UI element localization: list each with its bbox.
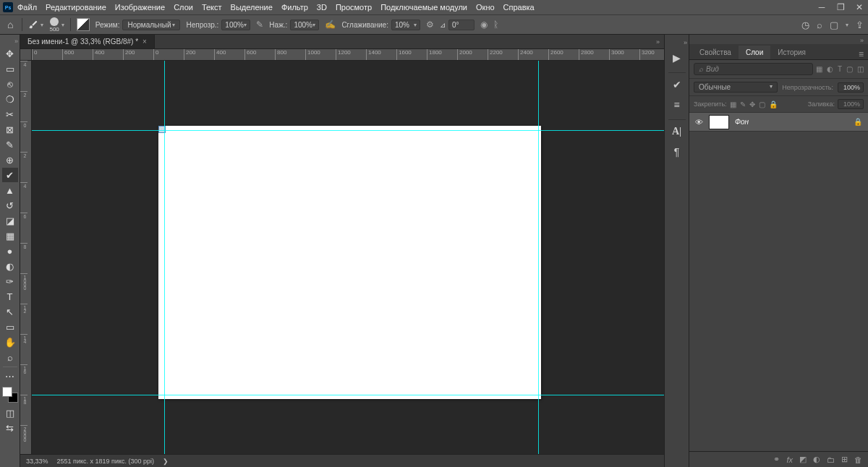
- history-tab[interactable]: История: [770, 46, 813, 59]
- screen-mode-tool[interactable]: ⇆: [2, 421, 18, 435]
- fill-input[interactable]: 100%: [838, 99, 864, 109]
- shape-tool[interactable]: ▭: [2, 320, 18, 334]
- minimize-button[interactable]: ─: [816, 2, 827, 12]
- ruler-origin[interactable]: [20, 49, 32, 61]
- dodge-tool[interactable]: ◐: [2, 259, 18, 273]
- toolbox-expand[interactable]: »: [13, 38, 20, 46]
- hand-tool[interactable]: ✋: [2, 335, 18, 349]
- canvas-artboard[interactable]: [158, 126, 541, 399]
- blur-tool[interactable]: ●: [2, 244, 18, 258]
- tabbar-expand[interactable]: »: [652, 38, 664, 46]
- clone-stamp-tool[interactable]: ▲: [2, 183, 18, 197]
- paragraph-panel-icon[interactable]: ¶: [668, 143, 686, 160]
- layer-name[interactable]: Фон: [735, 118, 848, 126]
- lock-artboard-icon[interactable]: ▢: [759, 100, 765, 108]
- menu-plugins[interactable]: Подключаемые модули: [380, 3, 467, 12]
- menu-view[interactable]: Просмотр: [336, 3, 372, 12]
- healing-brush-tool[interactable]: ⊕: [2, 153, 18, 167]
- guide-horizontal-bottom[interactable]: [32, 395, 664, 395]
- menu-file[interactable]: Файл: [17, 3, 37, 12]
- foreground-swatch[interactable]: [2, 387, 12, 397]
- layer-mask-icon[interactable]: ◩: [799, 455, 807, 464]
- zoom-level[interactable]: 33,33%: [26, 458, 48, 465]
- character-panel-icon[interactable]: A|: [668, 123, 686, 140]
- link-layers-icon[interactable]: ⚭: [773, 455, 780, 464]
- airbrush-icon[interactable]: ✍: [325, 20, 336, 30]
- layer-blend-select[interactable]: Обычные▾: [694, 82, 778, 93]
- menu-image[interactable]: Изображение: [115, 3, 165, 12]
- guide-horizontal-top[interactable]: [32, 130, 664, 131]
- adjustment-layer-icon[interactable]: ◐: [813, 455, 820, 464]
- document-info[interactable]: 2551 пикс. x 1819 пикс. (300 ppi): [57, 458, 154, 465]
- edit-toolbar[interactable]: ⋯: [2, 369, 18, 383]
- symmetry-icon[interactable]: ᚱ: [493, 20, 498, 30]
- filter-pixel-icon[interactable]: ▦: [816, 65, 822, 73]
- layer-thumbnail[interactable]: [709, 115, 729, 129]
- history-brush-tool[interactable]: ↺: [2, 198, 18, 213]
- close-button[interactable]: ✕: [854, 2, 865, 12]
- menu-filter[interactable]: Фильтр: [281, 3, 308, 12]
- brushes-panel-icon[interactable]: ✔: [668, 76, 686, 93]
- smoothing-options-icon[interactable]: ⚙: [426, 20, 434, 30]
- layer-opacity-input[interactable]: 100%: [838, 82, 864, 93]
- menu-type[interactable]: Текст: [202, 3, 222, 12]
- properties-tab[interactable]: Свойства: [692, 46, 739, 59]
- color-swatches[interactable]: [2, 387, 18, 403]
- menu-window[interactable]: Окно: [476, 3, 495, 12]
- path-select-tool[interactable]: ↖: [2, 304, 18, 319]
- layer-row[interactable]: 👁 Фон 🔒: [689, 113, 868, 132]
- filter-type-icon[interactable]: T: [838, 65, 842, 73]
- zoom-tool[interactable]: ⌕: [2, 350, 18, 364]
- eraser-tool[interactable]: ◪: [2, 213, 18, 228]
- vertical-ruler[interactable]: 42024681000121416182000: [20, 61, 32, 454]
- type-tool[interactable]: T: [2, 289, 18, 304]
- pressure-opacity-icon[interactable]: ✎: [256, 20, 263, 30]
- brush-preset-picker[interactable]: 500 ▾: [49, 17, 64, 33]
- lasso-tool[interactable]: ⎋: [2, 77, 18, 91]
- layer-visibility-icon[interactable]: 👁: [695, 118, 703, 127]
- move-tool[interactable]: ✥: [2, 46, 18, 61]
- lock-all-icon[interactable]: 🔒: [769, 100, 778, 108]
- workspace-icon[interactable]: ▢: [830, 20, 838, 30]
- panel-menu-icon[interactable]: ≡: [854, 49, 868, 59]
- share-icon[interactable]: ⇪: [856, 20, 864, 30]
- quick-mask-tool[interactable]: ◫: [2, 406, 18, 420]
- layer-filter-input[interactable]: ⌕Вид: [694, 63, 813, 75]
- frame-tool[interactable]: ⊠: [2, 122, 18, 137]
- tool-preset-picker[interactable]: ▾: [28, 20, 43, 30]
- cloud-docs-icon[interactable]: ◷: [801, 20, 809, 30]
- opacity-input[interactable]: 100%▾: [221, 20, 250, 30]
- play-panel-icon[interactable]: ▶: [668, 49, 686, 67]
- flow-input[interactable]: 100%▾: [290, 20, 319, 30]
- menu-3d[interactable]: 3D: [317, 3, 327, 12]
- brush-tool[interactable]: ✔: [2, 168, 18, 182]
- search-icon[interactable]: ⌕: [817, 20, 822, 30]
- crop-tool[interactable]: ✂: [2, 107, 18, 121]
- layer-fx-icon[interactable]: fx: [786, 455, 793, 464]
- home-button[interactable]: ⌂: [4, 19, 16, 30]
- angle-input[interactable]: 0°: [448, 20, 475, 30]
- lock-transparency-icon[interactable]: ▦: [730, 100, 736, 108]
- brush-panel-toggle[interactable]: [77, 18, 90, 31]
- menu-help[interactable]: Справка: [503, 3, 535, 12]
- maximize-button[interactable]: ❐: [835, 2, 846, 12]
- panel-dock-expand[interactable]: »: [682, 39, 689, 49]
- lock-position-icon[interactable]: ✥: [749, 100, 755, 108]
- layer-lock-icon[interactable]: 🔒: [854, 118, 862, 126]
- menu-edit[interactable]: Редактирование: [46, 3, 106, 12]
- filter-shape-icon[interactable]: ▢: [846, 65, 853, 73]
- filter-smart-icon[interactable]: ◫: [857, 65, 864, 73]
- filter-adjust-icon[interactable]: ◐: [827, 65, 833, 73]
- pen-tool[interactable]: ✑: [2, 274, 18, 288]
- horizontal-ruler[interactable]: 0600400200020040060080010001200140016001…: [32, 49, 664, 61]
- close-tab-icon[interactable]: ×: [142, 38, 147, 46]
- menu-layer[interactable]: Слои: [174, 3, 193, 12]
- adjustments-panel-icon[interactable]: ≡: [668, 96, 686, 113]
- delete-layer-icon[interactable]: 🗑: [854, 455, 862, 464]
- pressure-size-icon[interactable]: ◉: [480, 20, 488, 30]
- workspace-arrow-icon[interactable]: ▾: [846, 22, 848, 28]
- canvas-viewport[interactable]: 0600400200020040060080010001200140016001…: [20, 49, 664, 454]
- panel-collapse[interactable]: »: [856, 35, 868, 44]
- gradient-tool[interactable]: ▦: [2, 228, 18, 243]
- marquee-tool[interactable]: ▭: [2, 61, 18, 76]
